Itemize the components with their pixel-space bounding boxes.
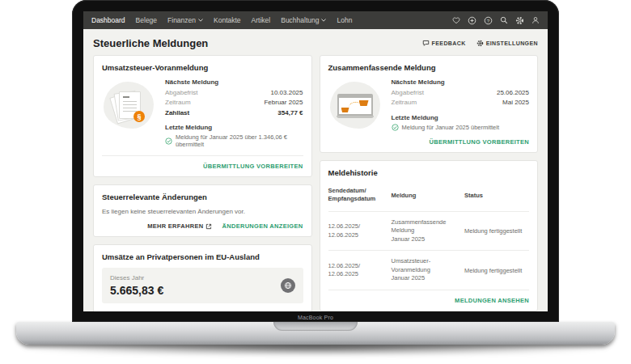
row-date: 12.06.2025/ — [328, 222, 387, 231]
page: Dashboard Belege Finanzen Kontakte Artik… — [0, 0, 631, 364]
vat-card-title: Umsatzsteuer-Voranmeldung — [102, 63, 303, 72]
period-value: Februar 2025 — [264, 98, 303, 108]
col-empfangsdatum: Empfangsdatum — [328, 195, 387, 204]
period-label: Zeitraum — [392, 98, 417, 108]
last-report-heading: Letzte Meldung — [165, 124, 303, 131]
eu-sales-card-title: Umsätze an Privatpersonen im EU-Ausland — [102, 252, 303, 261]
nav-item-kontakte[interactable]: Kontakte — [214, 16, 241, 24]
ec-sales-card-title: Zusammenfassende Meldung — [328, 63, 530, 72]
right-column: Zusammenfassende Meldung — [320, 55, 539, 311]
external-link-icon — [205, 223, 212, 230]
laptop-base — [16, 322, 615, 345]
left-column: Umsatzsteuer-Voranmeldung § — [93, 55, 312, 311]
check-circle-icon — [165, 138, 172, 145]
row-date: 12.06.2025/ — [328, 262, 387, 271]
learn-more-label: MEHR ERFAHREN — [149, 311, 205, 311]
prepare-submission-button[interactable]: ÜBERMITTLUNG VORBEREITEN — [203, 163, 303, 170]
period-label: Zeitraum — [165, 98, 191, 108]
feedback-label: FEEDBACK — [432, 40, 466, 46]
table-header-row: Sendedatum/Empfangsdatum Meldung Status — [328, 184, 530, 211]
app-window: Dashboard Belege Finanzen Kontakte Artik… — [83, 11, 548, 311]
content-area: Umsatzsteuer-Voranmeldung § — [83, 55, 548, 311]
prepare-submission-button[interactable]: ÜBERMITTLUNG VORBEREITEN — [430, 138, 529, 146]
nav-item-label: Buchhaltung — [281, 16, 319, 24]
row-status: Meldung fertiggestellt — [464, 267, 529, 274]
last-report-status: Meldung für Januar 2025 über 1.346,06 € … — [176, 133, 303, 148]
amount-value: 5.665,83 € — [110, 284, 163, 297]
learn-more-link[interactable]: MEHR ERFAHREN — [147, 222, 212, 230]
history-card: Meldehistorie Sendedatum/Empfangsdatum M… — [320, 160, 539, 311]
nav-icon-group: ? — [452, 16, 540, 25]
deadline-label: Abgabefrist — [392, 88, 424, 98]
changes-card-title: Steuerrelevante Änderungen — [102, 193, 303, 201]
last-report-heading: Letzte Meldung — [392, 114, 530, 121]
header-actions: FEEDBACK EINSTELLUNGEN — [422, 40, 538, 47]
macbook-label: MacBook Pro — [72, 315, 559, 320]
top-nav: Dashboard Belege Finanzen Kontakte Artik… — [83, 11, 548, 29]
ec-sales-card: Zusammenfassende Meldung — [320, 55, 539, 153]
search-icon[interactable] — [500, 16, 508, 24]
nav-item-belege[interactable]: Belege — [136, 16, 157, 24]
settings-button[interactable]: EINSTELLUNGEN — [476, 40, 538, 47]
help-icon[interactable]: ? — [484, 16, 493, 25]
history-card-title: Meldehistorie — [328, 168, 530, 177]
amount-box: Dieses Jahr 5.665,83 € — [102, 268, 303, 303]
show-changes-button[interactable]: ÄNDERUNGEN ANZEIGEN — [222, 222, 303, 230]
laptop-screen-bezel: Dashboard Belege Finanzen Kontakte Artik… — [72, 0, 559, 322]
paragraph-badge-icon: § — [133, 111, 145, 122]
row-status: Meldung fertiggestellt — [464, 227, 529, 235]
nav-item-label: Finanzen — [167, 16, 196, 24]
vat-card: Umsatzsteuer-Voranmeldung § — [93, 55, 312, 177]
page-header: Steuerliche Meldungen FEEDBACK EINSTELLU… — [83, 29, 548, 55]
gear-icon — [476, 40, 484, 47]
learn-more-label: MEHR ERFAHREN — [147, 222, 203, 230]
deadline-label: Abgabefrist — [165, 88, 197, 98]
deadline-value: 10.03.2025 — [270, 88, 303, 98]
nav-item-dashboard[interactable]: Dashboard — [91, 16, 125, 24]
documents-illustration: § — [102, 78, 155, 148]
amount-period-label: Dieses Jahr — [110, 274, 163, 281]
settings-label: EINSTELLUNGEN — [486, 40, 538, 46]
learn-more-link[interactable]: MEHR ERFAHREN — [149, 311, 214, 311]
nav-item-lohn[interactable]: Lohn — [337, 16, 352, 24]
check-circle-icon — [392, 124, 399, 131]
globe-icon — [284, 281, 292, 290]
user-icon[interactable] — [531, 16, 540, 24]
speech-bubble-icon — [422, 40, 430, 47]
laptop-notch — [273, 322, 358, 331]
eu-sales-card: Umsätze an Privatpersonen im EU-Ausland … — [93, 244, 312, 311]
table-row: 12.06.2025/12.06.2025 Umsatzsteuer-Voran… — [328, 250, 530, 290]
deadline-value: 25.06.2025 — [497, 88, 529, 98]
next-report-heading: Nächste Meldung — [392, 78, 530, 86]
nav-item-finanzen[interactable]: Finanzen — [167, 16, 203, 24]
row-name: Umsatzsteuer-Voranmeldung — [392, 257, 460, 274]
period-value: Mai 2025 — [502, 98, 529, 108]
changes-empty-text: Es liegen keine steuerrelevanten Änderun… — [102, 208, 303, 215]
nav-item-buchhaltung[interactable]: Buchhaltung — [281, 16, 326, 24]
payable-value: 354,77 € — [277, 108, 303, 118]
page-title: Steuerliche Meldungen — [93, 37, 208, 49]
chevron-down-icon — [198, 19, 203, 22]
payable-label: Zahllast — [165, 108, 189, 118]
col-sendedatum: Sendedatum/ — [328, 187, 387, 196]
table-row: 12.06.2025/12.06.2025 Zusammenfassende M… — [328, 211, 530, 251]
next-report-heading: Nächste Meldung — [165, 78, 303, 86]
col-status: Status — [464, 192, 529, 199]
laptop-baskets-illustration — [328, 78, 382, 131]
export-sales-button[interactable]: UMSÄTZE EXPORTIEREN — [224, 311, 303, 311]
heart-icon[interactable] — [452, 16, 460, 24]
chevron-down-icon — [321, 19, 326, 22]
last-report-status: Meldung für Januar 2025 übermittelt — [402, 124, 500, 131]
gear-icon[interactable] — [515, 16, 524, 25]
plus-circle-icon[interactable] — [468, 16, 476, 25]
view-reports-button[interactable]: MELDUNGEN ANSEHEN — [455, 297, 529, 304]
feedback-button[interactable]: FEEDBACK — [422, 40, 466, 47]
nav-item-artikel[interactable]: Artikel — [252, 16, 271, 24]
col-meldung: Meldung — [392, 192, 460, 199]
changes-card: Steuerrelevante Änderungen Es liegen kei… — [93, 184, 312, 237]
svg-text:?: ? — [487, 17, 490, 23]
row-name: Zusammenfassende Meldung — [392, 218, 460, 235]
globe-button[interactable] — [281, 278, 295, 293]
